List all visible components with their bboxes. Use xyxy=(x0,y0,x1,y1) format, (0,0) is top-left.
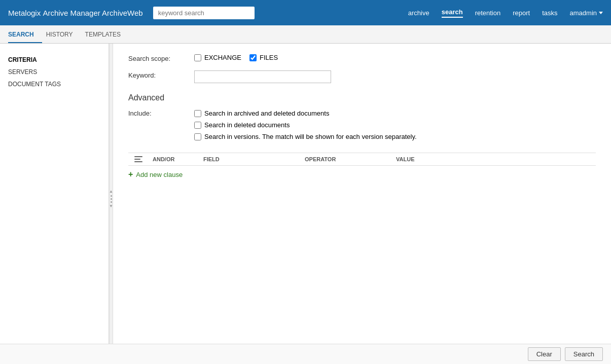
list-icon-line-2 xyxy=(134,159,140,160)
keyword-input[interactable] xyxy=(194,70,331,83)
resize-dot xyxy=(111,201,112,203)
include-option-deleted[interactable]: Search in deleted documents xyxy=(194,121,417,129)
list-icon-line-1 xyxy=(134,156,142,157)
clause-col-operator-header: OPERATOR xyxy=(301,156,392,162)
content-area: Search scope: EXCHANGE FILES Keyword: Ad… xyxy=(113,44,611,344)
resize-arrow-down-icon: ▼ xyxy=(109,204,113,208)
resize-handle[interactable]: ▲ ▼ xyxy=(109,44,113,344)
admin-chevron-icon xyxy=(599,12,603,14)
include-row: Include: Search in archived and deleted … xyxy=(128,110,596,140)
app-title: Archive Manager ArchiveWeb xyxy=(43,9,142,17)
logo-text: Metalogix xyxy=(8,9,41,17)
files-checkbox-group[interactable]: FILES xyxy=(249,54,278,61)
include-options: Search in archived and deleted documents… xyxy=(194,110,417,140)
tab-history[interactable]: HISTORY xyxy=(46,27,81,43)
nav-tasks[interactable]: tasks xyxy=(542,9,557,17)
add-icon: + xyxy=(128,170,133,179)
resize-dot xyxy=(111,195,112,197)
search-scope-label: Search scope: xyxy=(128,54,194,62)
clause-col-icon xyxy=(128,156,149,162)
include-versions-label: Search in versions. The match will be sh… xyxy=(204,133,417,140)
keyword-row: Keyword: xyxy=(128,70,596,83)
sidebar-item-servers[interactable]: SERVERS xyxy=(8,66,100,78)
advanced-title: Advanced xyxy=(128,93,596,102)
files-checkbox[interactable] xyxy=(249,54,257,61)
sidebar-item-criteria[interactable]: CRITERIA xyxy=(8,54,100,66)
resize-arrow-up-icon: ▲ xyxy=(109,190,113,194)
tab-bar: SEARCH HISTORY TEMPLATES xyxy=(0,25,611,44)
clause-section: AND/OR FIELD OPERATOR VALUE + Add new cl… xyxy=(128,153,596,183)
include-versions-checkbox[interactable] xyxy=(194,133,201,140)
exchange-checkbox-group[interactable]: EXCHANGE xyxy=(194,54,241,61)
include-deleted-checkbox[interactable] xyxy=(194,122,201,129)
clause-table-header: AND/OR FIELD OPERATOR VALUE xyxy=(128,153,596,166)
exchange-label: EXCHANGE xyxy=(204,54,241,61)
files-label: FILES xyxy=(260,54,278,61)
tab-search[interactable]: SEARCH xyxy=(8,27,42,43)
admin-label: amadmin xyxy=(570,9,597,17)
nav-retention[interactable]: retention xyxy=(475,9,501,17)
exchange-checkbox[interactable] xyxy=(194,54,201,61)
include-archived-deleted-label: Search in archived and deleted documents xyxy=(204,110,329,117)
add-clause-button[interactable]: + Add new clause xyxy=(128,166,596,183)
clear-button[interactable]: Clear xyxy=(528,347,561,361)
nav-search[interactable]: search xyxy=(442,8,463,18)
clause-col-andor-header: AND/OR xyxy=(149,156,199,162)
logo: Metalogix Archive Manager ArchiveWeb xyxy=(8,9,143,17)
sidebar: CRITERIA SERVERS DOCUMENT TAGS xyxy=(0,44,109,344)
main-nav: archive search retention report tasks am… xyxy=(408,8,603,18)
list-icon xyxy=(134,156,142,162)
clause-col-field-header: FIELD xyxy=(199,156,301,162)
include-option-versions[interactable]: Search in versions. The match will be sh… xyxy=(194,133,417,140)
clause-col-value-header: VALUE xyxy=(392,156,596,162)
keyword-label: Keyword: xyxy=(128,70,194,79)
main-layout: CRITERIA SERVERS DOCUMENT TAGS ▲ ▼ Searc… xyxy=(0,44,611,344)
global-search-input[interactable] xyxy=(153,7,255,19)
tab-templates[interactable]: TEMPLATES xyxy=(85,27,129,43)
include-archived-deleted-checkbox[interactable] xyxy=(194,110,201,117)
search-button[interactable]: Search xyxy=(565,347,603,361)
add-clause-label: Add new clause xyxy=(136,171,183,178)
include-deleted-label: Search in deleted documents xyxy=(204,121,290,129)
nav-archive[interactable]: archive xyxy=(408,9,429,17)
sidebar-item-document-tags[interactable]: DOCUMENT TAGS xyxy=(8,78,100,90)
search-scope-controls: EXCHANGE FILES xyxy=(194,54,278,61)
search-scope-row: Search scope: EXCHANGE FILES xyxy=(128,54,596,62)
include-label: Include: xyxy=(128,110,194,117)
include-option-archived-deleted[interactable]: Search in archived and deleted documents xyxy=(194,110,417,117)
header: Metalogix Archive Manager ArchiveWeb arc… xyxy=(0,0,611,25)
nav-admin[interactable]: amadmin xyxy=(570,9,603,17)
list-icon-line-3 xyxy=(134,161,142,162)
footer: Clear Search xyxy=(0,344,611,364)
resize-dot xyxy=(111,198,112,200)
nav-report[interactable]: report xyxy=(513,9,530,17)
